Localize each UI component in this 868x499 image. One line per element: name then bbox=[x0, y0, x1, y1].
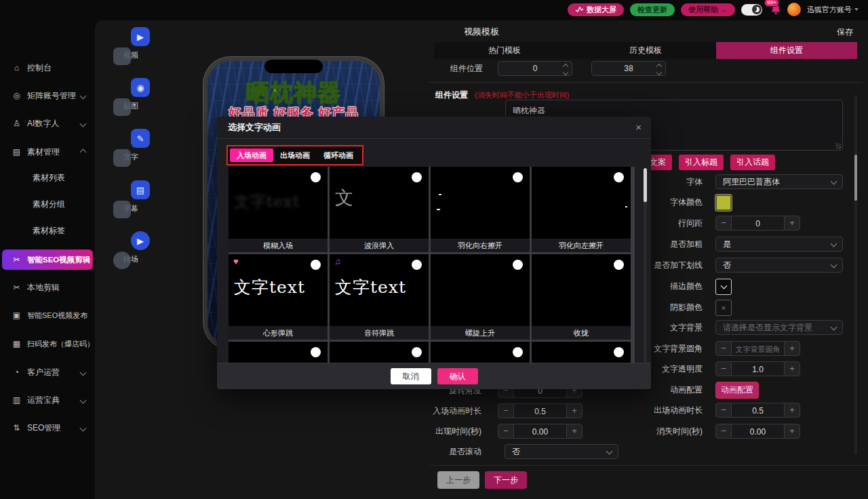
position-x-input[interactable]: 0 bbox=[498, 61, 572, 76]
line-spacing-value[interactable]: 0 bbox=[732, 216, 784, 231]
anim-config-button[interactable]: 动画配置 bbox=[715, 382, 759, 399]
minus-button[interactable]: − bbox=[498, 424, 514, 439]
radio-unselected[interactable] bbox=[513, 347, 523, 357]
tab-enter-animation[interactable]: 入场动画 bbox=[230, 148, 273, 162]
radio-unselected[interactable] bbox=[513, 260, 523, 270]
radio-unselected[interactable] bbox=[614, 347, 624, 357]
radio-unselected[interactable] bbox=[311, 260, 321, 270]
media-rail-transition[interactable]: ▶ 转场 bbox=[115, 252, 146, 264]
stroke-color-swatch[interactable] bbox=[715, 279, 732, 295]
media-rail-subtitle[interactable]: ▤ 字幕 bbox=[115, 201, 146, 214]
prev-step-button[interactable]: 上一步 bbox=[437, 471, 479, 489]
media-rail-video[interactable]: ▶ 视频 bbox=[115, 47, 146, 60]
plus-button[interactable]: + bbox=[784, 216, 800, 231]
save-button[interactable]: 保存 bbox=[837, 26, 853, 38]
account-menu[interactable]: 迅狐官方账号 bbox=[807, 5, 859, 15]
minus-button[interactable]: − bbox=[715, 216, 732, 231]
radio-unselected[interactable] bbox=[311, 172, 321, 182]
import-topic-button[interactable]: 引入话题 bbox=[730, 155, 775, 170]
import-title-button[interactable]: 引入标题 bbox=[679, 155, 724, 170]
sidebar-item-material-tag[interactable]: 素材标签 bbox=[0, 221, 95, 240]
plus-button[interactable]: + bbox=[566, 424, 583, 439]
tab-exit-animation[interactable]: 出场动画 bbox=[273, 148, 317, 162]
sidebar-item-material-list[interactable]: 素材列表 bbox=[0, 168, 95, 187]
data-screen-button[interactable]: 数据大屏 bbox=[568, 3, 624, 16]
next-step-button[interactable]: 下一步 bbox=[485, 471, 527, 489]
animation-option-spiral-up[interactable]: 螺旋上升 bbox=[431, 254, 530, 340]
enter-duration-value[interactable]: 0.5 bbox=[514, 403, 566, 418]
bold-select[interactable]: 是 bbox=[715, 237, 843, 252]
plus-button[interactable]: + bbox=[566, 403, 583, 418]
sidebar-item-ops-handbook[interactable]: ▥ 运营宝典 bbox=[0, 391, 95, 410]
panel-scrollbar-thumb[interactable] bbox=[854, 155, 857, 201]
tab-history-templates[interactable]: 历史模板 bbox=[575, 42, 716, 59]
sidebar-item-console[interactable]: ⌂ 控制台 bbox=[0, 58, 95, 77]
animation-option-fold-in[interactable]: 收拢 bbox=[532, 254, 631, 340]
minus-button[interactable]: − bbox=[715, 424, 732, 439]
font-select[interactable]: 阿里巴巴普惠体 bbox=[715, 174, 843, 189]
animation-option-music-note-bounce[interactable]: ♫ 文字text 音符弹跳 bbox=[330, 254, 429, 340]
radio-unselected[interactable] bbox=[614, 260, 624, 270]
animation-option[interactable] bbox=[229, 342, 328, 363]
theme-toggle[interactable] bbox=[741, 4, 762, 16]
animation-option-heart-bounce[interactable]: ♥ 文字text 心形弹跳 bbox=[229, 254, 328, 340]
cancel-button[interactable]: 取消 bbox=[391, 368, 431, 384]
sidebar-item-smart-seo-video-publish[interactable]: ▣ 智能SEO视频发布 bbox=[0, 306, 95, 325]
radio-unselected[interactable] bbox=[614, 172, 624, 182]
sidebar-item-smart-seo-video-edit[interactable]: ✂ 智能SEO视频剪辑 bbox=[2, 250, 93, 270]
radio-unselected[interactable] bbox=[311, 347, 321, 357]
radio-unselected[interactable] bbox=[513, 172, 523, 182]
font-color-swatch[interactable] bbox=[715, 195, 732, 211]
avatar[interactable] bbox=[787, 3, 801, 16]
spinner-icons[interactable] bbox=[657, 64, 661, 75]
shadow-color-swatch[interactable]: × bbox=[715, 300, 732, 316]
modal-scrollbar-thumb[interactable] bbox=[644, 168, 647, 202]
text-opacity-value[interactable]: 1.0 bbox=[732, 361, 784, 376]
minus-button[interactable]: − bbox=[715, 341, 732, 356]
plus-button[interactable]: + bbox=[784, 403, 800, 418]
sidebar-item-customer-ops[interactable]: ◔ 客户运营 bbox=[0, 363, 95, 382]
radio-unselected[interactable] bbox=[412, 260, 422, 270]
appear-time-value[interactable]: 0.00 bbox=[514, 424, 566, 439]
minus-button[interactable]: − bbox=[715, 361, 732, 376]
close-icon[interactable]: × bbox=[635, 122, 642, 132]
check-update-button[interactable]: 检查更新 bbox=[630, 3, 675, 16]
sidebar-item-matrix-accounts[interactable]: ◎ 矩阵账号管理 bbox=[0, 86, 95, 105]
exit-duration-value[interactable]: 0.5 bbox=[732, 403, 784, 418]
scroll-select[interactable]: 否 bbox=[505, 444, 618, 459]
radio-unselected[interactable] bbox=[412, 172, 422, 182]
position-y-input[interactable]: 38 bbox=[591, 61, 666, 76]
underline-select[interactable]: 否 bbox=[715, 258, 843, 273]
sidebar-item-ai-avatar[interactable]: ♙ AI数字人 bbox=[0, 114, 95, 133]
plus-button[interactable]: + bbox=[784, 341, 800, 356]
media-rail-text[interactable]: ✎ 文字 bbox=[115, 149, 146, 162]
radio-unselected[interactable] bbox=[412, 347, 422, 357]
spinner-icons[interactable] bbox=[564, 64, 568, 75]
tab-component-settings[interactable]: 组件设置 bbox=[716, 42, 857, 59]
animation-option-wave-bounce-in[interactable]: 文 波浪弹入 bbox=[330, 167, 429, 252]
notifications-bell[interactable]: 99+ bbox=[771, 4, 781, 15]
animation-option[interactable] bbox=[330, 342, 429, 363]
animation-option[interactable] bbox=[532, 342, 631, 363]
minus-button[interactable]: − bbox=[715, 403, 732, 418]
minus-button[interactable]: − bbox=[498, 403, 514, 418]
plus-button[interactable]: + bbox=[784, 424, 800, 439]
animation-option-feather-wipe-left[interactable]: 羽化向左擦开 bbox=[532, 167, 631, 252]
animation-option-feather-wipe-right[interactable]: 羽化向右擦开 bbox=[431, 167, 530, 252]
sidebar-item-qrcode-publish[interactable]: ▦ 扫码发布（爆店码） bbox=[0, 334, 95, 353]
sidebar-item-local-edit[interactable]: ✂ 本地剪辑 bbox=[0, 278, 95, 297]
text-bg-radius-value[interactable]: 文字背景圆角 bbox=[732, 341, 784, 356]
confirm-button[interactable]: 确认 bbox=[437, 368, 478, 384]
tab-loop-animation[interactable]: 循环动画 bbox=[317, 148, 360, 162]
text-bg-select[interactable]: 请选择是否显示文字背景 bbox=[715, 320, 843, 335]
media-rail-sticker[interactable]: ◉ 贴图 bbox=[115, 98, 146, 111]
animation-option[interactable] bbox=[431, 342, 530, 363]
plus-button[interactable]: + bbox=[784, 361, 800, 376]
sidebar-item-seo-management[interactable]: ⇅ SEO管理 bbox=[0, 418, 95, 437]
help-button[interactable]: 使用帮助 → bbox=[681, 3, 735, 16]
sidebar-item-material-group[interactable]: 素材分组 bbox=[0, 195, 95, 214]
tab-hot-templates[interactable]: 热门模板 bbox=[434, 42, 575, 59]
sidebar-item-material-management[interactable]: ▤ 素材管理 bbox=[0, 142, 95, 161]
animation-option-blur-enter[interactable]: 文字text 模糊入场 bbox=[229, 167, 328, 252]
disappear-time-value[interactable]: 0.00 bbox=[732, 424, 784, 439]
